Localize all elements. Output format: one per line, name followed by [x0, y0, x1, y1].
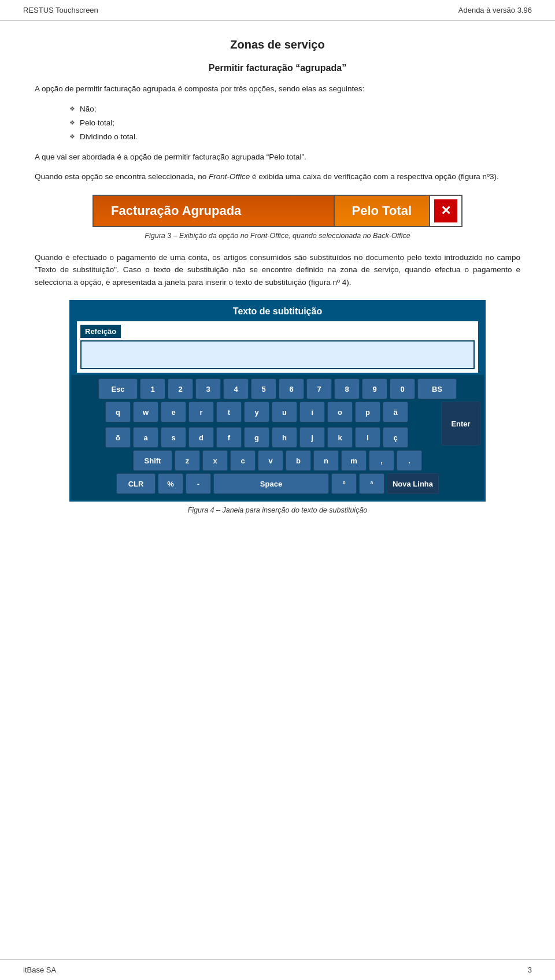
page-header: RESTUS Touchscreen Adenda à versão 3.96	[0, 0, 555, 21]
key-3[interactable]: 3	[195, 378, 221, 399]
key-v[interactable]: v	[258, 450, 283, 471]
key-d[interactable]: d	[188, 427, 214, 448]
key-i[interactable]: i	[299, 402, 325, 422]
key-f[interactable]: f	[216, 427, 242, 448]
key-clr[interactable]: CLR	[116, 473, 156, 494]
bullet-item-3: Dividindo o total.	[69, 130, 520, 144]
kb-row-1: Esc 1 2 3 4 5 6 7 8 9 0 BS	[75, 378, 480, 399]
kb-rows-2-3: q w e r t y u i o p ã	[75, 402, 480, 450]
key-a[interactable]: a	[133, 427, 158, 448]
key-shift[interactable]: Shift	[133, 450, 172, 471]
fig3-left-label: Facturação Agrupada	[94, 196, 334, 226]
paragraph1: A opção de permitir facturação agrupada …	[35, 83, 520, 95]
figure4-dialog: Texto de subtituição Refeição Esc 1 2 3 …	[69, 300, 486, 502]
figure4-container: Texto de subtituição Refeição Esc 1 2 3 …	[35, 300, 520, 514]
paragraph3: Quando esta opção se encontra selecciona…	[35, 170, 520, 183]
page-content: Zonas de serviço Permitir facturação “ag…	[0, 21, 555, 572]
key-4[interactable]: 4	[223, 378, 249, 399]
kb-row-4: Shift z x c v b n m , .	[75, 450, 480, 471]
figure3-container: Facturação Agrupada Pelo Total ✕ Figura …	[35, 195, 520, 240]
kb-row-5: CLR % - Space º ª Nova Linha	[75, 473, 480, 494]
key-b[interactable]: b	[286, 450, 311, 471]
key-1[interactable]: 1	[140, 378, 165, 399]
page-footer: itBase SA 3	[0, 959, 555, 980]
key-c[interactable]: c	[230, 450, 256, 471]
key-j[interactable]: j	[299, 427, 325, 448]
key-s[interactable]: s	[161, 427, 186, 448]
key-w[interactable]: w	[133, 402, 158, 422]
fig4-title-bar: Texto de subtituição	[71, 302, 484, 321]
footer-right: 3	[528, 966, 532, 974]
key-5[interactable]: 5	[251, 378, 276, 399]
key-x[interactable]: x	[202, 450, 228, 471]
key-space[interactable]: Space	[213, 473, 329, 494]
key-n[interactable]: n	[313, 450, 339, 471]
key-q[interactable]: q	[105, 402, 131, 422]
bullet-list: Não; Pelo total; Dividindo o total.	[69, 102, 520, 144]
subsection-title: Permitir facturação “agrupada”	[35, 63, 520, 73]
key-z[interactable]: z	[175, 450, 200, 471]
key-7[interactable]: 7	[306, 378, 332, 399]
fig3-right-label: Pelo Total	[334, 196, 430, 226]
header-right: Adenda à versão 3.96	[458, 6, 532, 14]
key-p[interactable]: p	[355, 402, 380, 422]
key-8[interactable]: 8	[334, 378, 360, 399]
fig3-caption: Figura 3 – Exibição da opção no Front-Of…	[35, 232, 520, 240]
paragraph4: Quando é efectuado o pagamento de uma co…	[35, 251, 520, 289]
fig3-close-button[interactable]: ✕	[429, 196, 461, 226]
close-icon: ✕	[434, 199, 457, 222]
key-m[interactable]: m	[341, 450, 367, 471]
header-left: RESTUS Touchscreen	[23, 6, 98, 14]
kb-row-3: õ a s d f g h j k l ç	[75, 427, 439, 448]
key-h[interactable]: h	[272, 427, 297, 448]
bullet-item-1: Não;	[69, 102, 520, 116]
fig4-field-label: Refeição	[80, 325, 121, 338]
kb-row-2: q w e r t y u i o p ã	[75, 402, 439, 422]
key-r[interactable]: r	[188, 402, 214, 422]
fig4-keyboard: Esc 1 2 3 4 5 6 7 8 9 0 BS	[71, 375, 484, 500]
key-o-tilde[interactable]: õ	[105, 427, 131, 448]
key-6[interactable]: 6	[279, 378, 304, 399]
key-c-cedilla[interactable]: ç	[383, 427, 408, 448]
key-percent[interactable]: %	[158, 473, 183, 494]
key-g[interactable]: g	[244, 427, 269, 448]
key-period[interactable]: .	[397, 450, 422, 471]
key-t[interactable]: t	[216, 402, 242, 422]
key-o[interactable]: o	[327, 402, 353, 422]
key-e[interactable]: e	[161, 402, 186, 422]
bullet-item-2: Pelo total;	[69, 116, 520, 130]
key-nova-linha[interactable]: Nova Linha	[387, 473, 439, 494]
key-esc[interactable]: Esc	[98, 378, 138, 399]
key-0[interactable]: 0	[390, 378, 415, 399]
key-minus[interactable]: -	[186, 473, 211, 494]
key-9[interactable]: 9	[362, 378, 387, 399]
section-title: Zonas de serviço	[35, 38, 520, 51]
fig4-text-area: Refeição	[77, 321, 478, 373]
figure3-bar: Facturação Agrupada Pelo Total ✕	[92, 195, 462, 227]
kb-rows-2-3-inner: q w e r t y u i o p ã	[75, 402, 439, 450]
key-k[interactable]: k	[327, 427, 353, 448]
paragraph2: A que vai ser abordada é a opção de perm…	[35, 151, 520, 164]
key-bs[interactable]: BS	[417, 378, 457, 399]
fig4-input-field[interactable]	[80, 340, 475, 369]
fig4-caption: Figura 4 – Janela para inserção do texto…	[35, 506, 520, 514]
key-enter[interactable]: Enter	[441, 402, 480, 446]
key-comma[interactable]: ,	[369, 450, 394, 471]
key-a-tilde[interactable]: ã	[383, 402, 408, 422]
key-fem-ordinal[interactable]: ª	[359, 473, 384, 494]
key-y[interactable]: y	[244, 402, 269, 422]
footer-left: itBase SA	[23, 966, 56, 974]
key-2[interactable]: 2	[168, 378, 193, 399]
key-u[interactable]: u	[272, 402, 297, 422]
key-masc-ordinal[interactable]: º	[331, 473, 357, 494]
key-l[interactable]: l	[355, 427, 380, 448]
